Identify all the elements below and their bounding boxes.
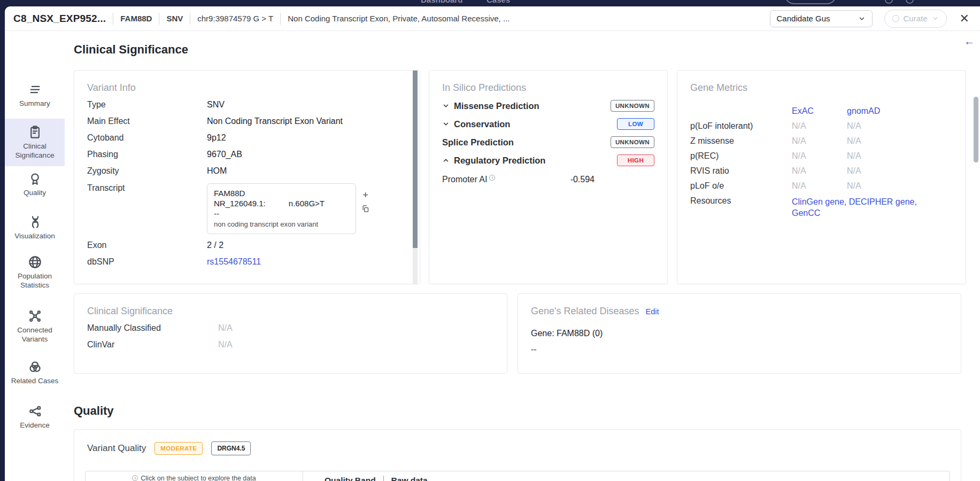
sidebar-item-label: Evidence bbox=[20, 421, 50, 430]
globe-icon bbox=[28, 255, 42, 269]
variant-info-card: Variant Info TypeSNV Main EffectNon Codi… bbox=[74, 70, 420, 284]
sidebar-item-visualization[interactable]: Visualization bbox=[5, 215, 65, 241]
caller-badge: DRGN4.5 bbox=[211, 441, 251, 455]
case-id: C8_NSX_EXP952... bbox=[13, 13, 106, 25]
exac-link[interactable]: ExAC bbox=[792, 106, 847, 116]
transcript-change: n.608G>T bbox=[289, 199, 325, 208]
section-sidebar: Summary Clinical Significance Quality Vi… bbox=[5, 31, 65, 481]
variant-quality-card: Variant Quality MODERATE DRGN4.5 i Click… bbox=[74, 429, 961, 481]
resources-links[interactable]: ClinGen gene, DECIPHER gene, GenCC bbox=[792, 196, 925, 219]
section-heading-clinical-significance: Clinical Significance bbox=[74, 43, 188, 57]
transcript-protein: -- bbox=[214, 209, 349, 218]
prediction-row-splice[interactable]: Splice Prediction UNKNOWN bbox=[442, 136, 654, 148]
variant-type: SNV bbox=[166, 14, 183, 23]
prediction-badge: LOW bbox=[617, 118, 654, 130]
related-diseases-empty: -- bbox=[531, 345, 948, 354]
promoter-ai-value: -0.594 bbox=[570, 175, 595, 184]
prediction-badge: UNKNOWN bbox=[611, 100, 654, 112]
gnomad-link[interactable]: gnomAD bbox=[847, 106, 953, 116]
top-navigation-clipped: Dashboard Cases bbox=[0, 0, 980, 6]
divider bbox=[190, 13, 190, 25]
prediction-row-regulatory[interactable]: Regulatory Prediction HIGH bbox=[442, 154, 654, 166]
info-row: Manually ClassifiedN/A bbox=[87, 323, 494, 333]
divider bbox=[280, 13, 281, 25]
transcript-gene: FAM88D bbox=[214, 189, 349, 198]
network-icon bbox=[28, 309, 42, 323]
info-row: ClinVarN/A bbox=[87, 339, 494, 350]
tab-raw-data[interactable]: Raw data bbox=[391, 476, 428, 481]
back-arrow-icon[interactable]: ← bbox=[964, 35, 975, 48]
curate-button[interactable]: Curate bbox=[884, 10, 947, 28]
sidebar-item-quality[interactable]: Quality bbox=[5, 172, 65, 197]
card-title: Variant Info bbox=[87, 82, 407, 94]
copy-icon[interactable] bbox=[361, 204, 369, 213]
prediction-row-missense[interactable]: Missense Prediction UNKNOWN bbox=[442, 100, 654, 112]
nav-cases[interactable]: Cases bbox=[487, 0, 510, 4]
sidebar-item-label: Related Cases bbox=[11, 376, 59, 385]
promoter-ai-row: Promoter AI i -0.594 bbox=[442, 175, 654, 184]
quality-subject-panel[interactable]: i Click on the subject to explore the da… bbox=[86, 471, 303, 481]
sidebar-item-label: Connected Variants bbox=[6, 325, 63, 344]
tab-quality-band[interactable]: Quality Band bbox=[325, 476, 376, 481]
related-diseases-gene: Gene: FAM88D (0) bbox=[531, 329, 948, 338]
sidebar-item-evidence[interactable]: Evidence bbox=[5, 404, 65, 430]
sidebar-item-clinical-significance[interactable]: Clinical Significance bbox=[5, 119, 65, 166]
prediction-row-conservation[interactable]: Conservation LOW bbox=[442, 118, 654, 130]
award-icon bbox=[28, 172, 42, 186]
stage-select-value: Candidate Gus bbox=[777, 14, 830, 23]
chevron-down-icon bbox=[932, 15, 939, 22]
sidebar-item-label: Summary bbox=[19, 99, 50, 108]
transcript-box[interactable]: FAM88D NR_126049.1: n.608G>T -- non codi… bbox=[207, 183, 356, 234]
sidebar-item-population-statistics[interactable]: Population Statistics bbox=[5, 255, 65, 290]
add-transcript-button[interactable]: + bbox=[362, 190, 368, 200]
summary-icon bbox=[28, 82, 42, 97]
variant-effects-summary: Non Coding Transcript Exon, Private, Aut… bbox=[288, 14, 510, 23]
resources-label: Resources bbox=[690, 196, 792, 206]
info-row: TypeSNV bbox=[87, 99, 407, 110]
gene-metrics-card: Gene Metrics ExACgnomAD p(LoF intolerant… bbox=[677, 70, 966, 284]
gene-name: FAM88D bbox=[120, 14, 152, 23]
sidebar-item-label: Clinical Significance bbox=[6, 142, 63, 160]
sidebar-item-summary[interactable]: Summary bbox=[5, 82, 65, 108]
divider bbox=[383, 476, 384, 481]
info-icon: i bbox=[132, 475, 138, 481]
transcript-id: NR_126049.1: bbox=[214, 199, 266, 208]
clipboard-icon bbox=[28, 125, 42, 139]
card-title: In Silico Predictions bbox=[442, 82, 654, 94]
transcript-effect: non coding transcript exon variant bbox=[214, 220, 349, 228]
prediction-badge: HIGH bbox=[617, 154, 654, 166]
chevron-down-icon bbox=[858, 15, 866, 22]
variant-header: C8_NSX_EXP952... FAM88D SNV chr9:3987457… bbox=[5, 6, 980, 31]
card-title: Gene's Related Diseases bbox=[531, 306, 639, 317]
sidebar-item-connected-variants[interactable]: Connected Variants bbox=[5, 309, 65, 344]
card-scrollbar-thumb[interactable] bbox=[413, 71, 418, 248]
sidebar-item-label: Population Statistics bbox=[6, 271, 63, 290]
nav-pill-button[interactable] bbox=[785, 0, 836, 4]
info-row: Exon2 / 2 bbox=[87, 240, 407, 251]
info-icon[interactable]: i bbox=[489, 175, 495, 181]
stage-select[interactable]: Candidate Gus bbox=[770, 10, 873, 27]
chevron-down-icon bbox=[442, 102, 450, 110]
nav-dashboard[interactable]: Dashboard bbox=[421, 0, 462, 4]
dbsnp-link[interactable]: rs1554678511 bbox=[207, 257, 261, 267]
in-silico-predictions-card: In Silico Predictions Missense Predictio… bbox=[429, 70, 668, 284]
section-heading-quality: Quality bbox=[74, 404, 114, 418]
chevron-up-icon bbox=[442, 157, 450, 164]
nav-help-icon[interactable] bbox=[885, 0, 893, 4]
variant-detail-modal: C8_NSX_EXP952... FAM88D SNV chr9:3987457… bbox=[5, 6, 980, 481]
modal-scrollbar[interactable] bbox=[974, 97, 978, 162]
edit-diseases-link[interactable]: Edit bbox=[646, 307, 659, 316]
quality-detail-panel: i Click on the subject to explore the da… bbox=[85, 471, 950, 481]
info-row: Cytoband9p12 bbox=[87, 133, 407, 143]
classification-card: Clinical Significance Manually Classifie… bbox=[74, 293, 507, 374]
close-icon[interactable]: ✕ bbox=[960, 13, 969, 25]
divider bbox=[113, 13, 113, 25]
curate-label: Curate bbox=[904, 14, 928, 23]
sidebar-item-related-cases[interactable]: Related Cases bbox=[5, 360, 65, 385]
sidebar-item-label: Visualization bbox=[14, 231, 55, 241]
share-icon bbox=[28, 404, 42, 418]
prediction-badge: UNKNOWN bbox=[611, 136, 654, 148]
info-row: Main EffectNon Coding Transcript Exon Va… bbox=[87, 116, 407, 127]
variant-location: chr9:39874579 G > T bbox=[197, 14, 273, 23]
nav-user-icon[interactable] bbox=[906, 0, 914, 4]
